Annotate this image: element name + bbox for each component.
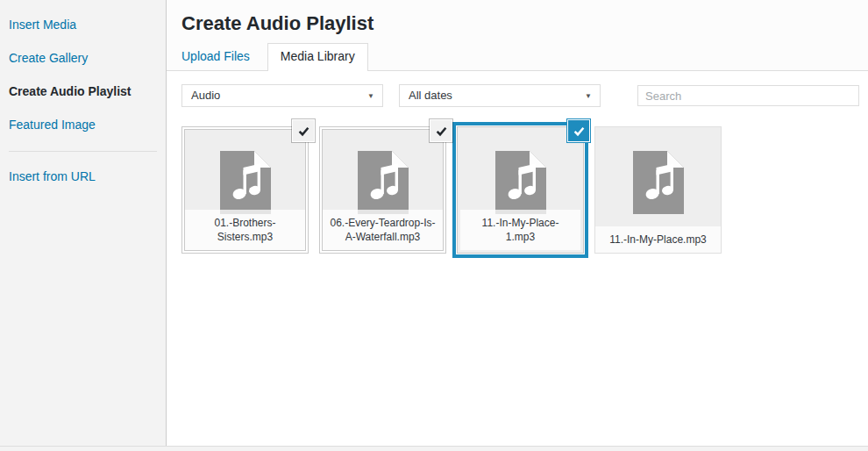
audio-file-icon [358, 151, 409, 214]
media-router: Upload FilesMedia Library [181, 43, 368, 71]
sidebar-item-insert-from-url[interactable]: Insert from URL [0, 166, 166, 187]
media-modal-frame: Insert MediaCreate GalleryCreate Audio P… [0, 0, 868, 446]
chevron-down-icon: ▼ [367, 85, 374, 107]
attachment-item[interactable]: 01.-Brothers-Sisters.mp3 [181, 126, 309, 254]
sidebar-item-create-gallery[interactable]: Create Gallery [0, 47, 166, 68]
audio-file-icon [495, 151, 546, 214]
menu-separator [9, 151, 157, 152]
attachment-item[interactable]: 06.-Every-Teardrop-Is-A-Waterfall.mp3 [319, 126, 446, 254]
sidebar-item-create-audio-playlist[interactable]: Create Audio Playlist [0, 81, 166, 102]
sidebar-item-featured-image[interactable]: Featured Image [0, 114, 166, 135]
audio-file-icon [633, 151, 684, 214]
modal-bottom-strip [0, 446, 868, 451]
attachment-item[interactable]: 11.-In-My-Place-1.mp3 [457, 126, 584, 254]
audio-file-icon [220, 151, 271, 214]
attachment-filename: 11.-In-My-Place-1.mp3 [460, 210, 580, 250]
search-input[interactable] [637, 85, 859, 106]
check-icon [297, 125, 310, 138]
check-icon [435, 125, 448, 138]
check-icon [573, 125, 586, 138]
media-menu-primary-group: Insert MediaCreate GalleryCreate Audio P… [0, 14, 166, 135]
attachment-filename: 01.-Brothers-Sisters.mp3 [185, 210, 305, 250]
media-type-filter-select[interactable]: Audio ▼ [181, 84, 383, 107]
deselect-check-button[interactable] [430, 120, 452, 141]
page-title: Create Audio Playlist [167, 0, 868, 35]
chevron-down-icon: ▼ [585, 85, 592, 107]
tab-media-library[interactable]: Media Library [267, 43, 368, 71]
attachments-grid: 01.-Brothers-Sisters.mp3 06.-Every-Teard… [181, 126, 868, 254]
attachment-filename: 06.-Every-Teardrop-Is-A-Waterfall.mp3 [323, 210, 443, 250]
media-type-filter-value: Audio [191, 89, 220, 102]
attachment-item[interactable]: 11.-In-My-Place.mp3 [594, 126, 722, 254]
media-frame-header: Create Audio Playlist Upload FilesMedia … [167, 0, 868, 71]
date-filter-select[interactable]: All dates ▼ [399, 84, 601, 107]
sidebar-item-insert-media[interactable]: Insert Media [0, 14, 166, 35]
media-frame-content: Create Audio Playlist Upload FilesMedia … [167, 0, 868, 446]
deselect-check-button[interactable] [568, 120, 589, 141]
date-filter-value: All dates [409, 89, 452, 102]
deselect-check-button[interactable] [293, 120, 314, 141]
tab-upload-files[interactable]: Upload Files [181, 43, 262, 71]
attachments-toolbar: Audio ▼ All dates ▼ [181, 84, 859, 107]
attachment-filename: 11.-In-My-Place.mp3 [595, 226, 721, 253]
media-menu-secondary-group: Insert from URL [0, 166, 166, 187]
media-menu-sidebar: Insert MediaCreate GalleryCreate Audio P… [0, 0, 167, 446]
